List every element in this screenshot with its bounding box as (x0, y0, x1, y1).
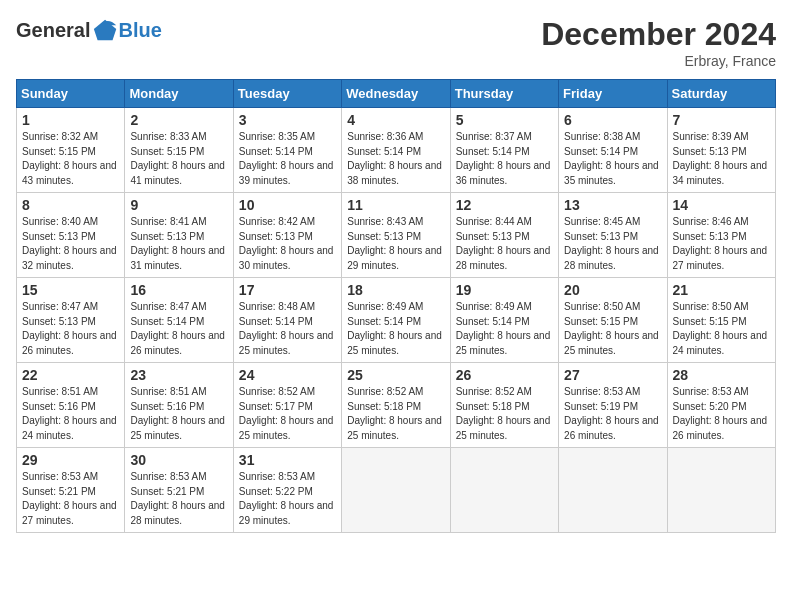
day-info: Sunrise: 8:38 AMSunset: 5:14 PMDaylight:… (564, 130, 661, 188)
calendar-week-row: 15 Sunrise: 8:47 AMSunset: 5:13 PMDaylig… (17, 278, 776, 363)
day-info: Sunrise: 8:49 AMSunset: 5:14 PMDaylight:… (347, 300, 444, 358)
day-number: 14 (673, 197, 770, 213)
day-number: 19 (456, 282, 553, 298)
calendar-cell: 11 Sunrise: 8:43 AMSunset: 5:13 PMDaylig… (342, 193, 450, 278)
day-info: Sunrise: 8:43 AMSunset: 5:13 PMDaylight:… (347, 215, 444, 273)
day-number: 20 (564, 282, 661, 298)
day-number: 6 (564, 112, 661, 128)
calendar-cell: 22 Sunrise: 8:51 AMSunset: 5:16 PMDaylig… (17, 363, 125, 448)
calendar-cell: 29 Sunrise: 8:53 AMSunset: 5:21 PMDaylig… (17, 448, 125, 533)
day-number: 3 (239, 112, 336, 128)
calendar-cell: 17 Sunrise: 8:48 AMSunset: 5:14 PMDaylig… (233, 278, 341, 363)
day-info: Sunrise: 8:33 AMSunset: 5:15 PMDaylight:… (130, 130, 227, 188)
day-number: 1 (22, 112, 119, 128)
day-info: Sunrise: 8:37 AMSunset: 5:14 PMDaylight:… (456, 130, 553, 188)
col-saturday: Saturday (667, 80, 775, 108)
logo: General Blue (16, 16, 162, 44)
day-info: Sunrise: 8:52 AMSunset: 5:17 PMDaylight:… (239, 385, 336, 443)
calendar-table: Sunday Monday Tuesday Wednesday Thursday… (16, 79, 776, 533)
day-info: Sunrise: 8:53 AMSunset: 5:20 PMDaylight:… (673, 385, 770, 443)
day-number: 11 (347, 197, 444, 213)
calendar-cell: 8 Sunrise: 8:40 AMSunset: 5:13 PMDayligh… (17, 193, 125, 278)
day-number: 29 (22, 452, 119, 468)
calendar-cell: 12 Sunrise: 8:44 AMSunset: 5:13 PMDaylig… (450, 193, 558, 278)
calendar-cell: 19 Sunrise: 8:49 AMSunset: 5:14 PMDaylig… (450, 278, 558, 363)
calendar-cell: 15 Sunrise: 8:47 AMSunset: 5:13 PMDaylig… (17, 278, 125, 363)
day-number: 13 (564, 197, 661, 213)
calendar-cell: 20 Sunrise: 8:50 AMSunset: 5:15 PMDaylig… (559, 278, 667, 363)
day-number: 25 (347, 367, 444, 383)
day-number: 8 (22, 197, 119, 213)
col-sunday: Sunday (17, 80, 125, 108)
day-info: Sunrise: 8:53 AMSunset: 5:19 PMDaylight:… (564, 385, 661, 443)
day-info: Sunrise: 8:53 AMSunset: 5:21 PMDaylight:… (22, 470, 119, 528)
day-info: Sunrise: 8:48 AMSunset: 5:14 PMDaylight:… (239, 300, 336, 358)
calendar-cell: 3 Sunrise: 8:35 AMSunset: 5:14 PMDayligh… (233, 108, 341, 193)
logo-icon (92, 16, 120, 44)
calendar-cell: 28 Sunrise: 8:53 AMSunset: 5:20 PMDaylig… (667, 363, 775, 448)
day-info: Sunrise: 8:47 AMSunset: 5:14 PMDaylight:… (130, 300, 227, 358)
calendar-cell: 30 Sunrise: 8:53 AMSunset: 5:21 PMDaylig… (125, 448, 233, 533)
day-info: Sunrise: 8:51 AMSunset: 5:16 PMDaylight:… (22, 385, 119, 443)
calendar-cell: 21 Sunrise: 8:50 AMSunset: 5:15 PMDaylig… (667, 278, 775, 363)
calendar-cell: 14 Sunrise: 8:46 AMSunset: 5:13 PMDaylig… (667, 193, 775, 278)
day-info: Sunrise: 8:53 AMSunset: 5:21 PMDaylight:… (130, 470, 227, 528)
day-number: 7 (673, 112, 770, 128)
day-info: Sunrise: 8:44 AMSunset: 5:13 PMDaylight:… (456, 215, 553, 273)
day-info: Sunrise: 8:35 AMSunset: 5:14 PMDaylight:… (239, 130, 336, 188)
calendar-week-row: 8 Sunrise: 8:40 AMSunset: 5:13 PMDayligh… (17, 193, 776, 278)
day-info: Sunrise: 8:45 AMSunset: 5:13 PMDaylight:… (564, 215, 661, 273)
day-number: 24 (239, 367, 336, 383)
calendar-cell: 10 Sunrise: 8:42 AMSunset: 5:13 PMDaylig… (233, 193, 341, 278)
day-number: 30 (130, 452, 227, 468)
day-number: 10 (239, 197, 336, 213)
day-info: Sunrise: 8:36 AMSunset: 5:14 PMDaylight:… (347, 130, 444, 188)
calendar-cell: 2 Sunrise: 8:33 AMSunset: 5:15 PMDayligh… (125, 108, 233, 193)
calendar-cell: 5 Sunrise: 8:37 AMSunset: 5:14 PMDayligh… (450, 108, 558, 193)
col-tuesday: Tuesday (233, 80, 341, 108)
calendar-week-row: 29 Sunrise: 8:53 AMSunset: 5:21 PMDaylig… (17, 448, 776, 533)
calendar-cell: 25 Sunrise: 8:52 AMSunset: 5:18 PMDaylig… (342, 363, 450, 448)
day-info: Sunrise: 8:40 AMSunset: 5:13 PMDaylight:… (22, 215, 119, 273)
calendar-cell (342, 448, 450, 533)
day-number: 4 (347, 112, 444, 128)
day-info: Sunrise: 8:46 AMSunset: 5:13 PMDaylight:… (673, 215, 770, 273)
location: Erbray, France (541, 53, 776, 69)
day-number: 15 (22, 282, 119, 298)
day-number: 18 (347, 282, 444, 298)
header-row: Sunday Monday Tuesday Wednesday Thursday… (17, 80, 776, 108)
day-info: Sunrise: 8:39 AMSunset: 5:13 PMDaylight:… (673, 130, 770, 188)
col-monday: Monday (125, 80, 233, 108)
day-number: 22 (22, 367, 119, 383)
calendar-week-row: 22 Sunrise: 8:51 AMSunset: 5:16 PMDaylig… (17, 363, 776, 448)
calendar-cell: 1 Sunrise: 8:32 AMSunset: 5:15 PMDayligh… (17, 108, 125, 193)
day-number: 12 (456, 197, 553, 213)
title-section: December 2024 Erbray, France (541, 16, 776, 69)
calendar-cell (450, 448, 558, 533)
day-number: 23 (130, 367, 227, 383)
calendar-cell: 6 Sunrise: 8:38 AMSunset: 5:14 PMDayligh… (559, 108, 667, 193)
day-info: Sunrise: 8:41 AMSunset: 5:13 PMDaylight:… (130, 215, 227, 273)
day-number: 28 (673, 367, 770, 383)
day-number: 31 (239, 452, 336, 468)
col-wednesday: Wednesday (342, 80, 450, 108)
calendar-week-row: 1 Sunrise: 8:32 AMSunset: 5:15 PMDayligh… (17, 108, 776, 193)
calendar-cell: 26 Sunrise: 8:52 AMSunset: 5:18 PMDaylig… (450, 363, 558, 448)
logo-general-text: General (16, 19, 90, 42)
calendar-cell: 4 Sunrise: 8:36 AMSunset: 5:14 PMDayligh… (342, 108, 450, 193)
day-info: Sunrise: 8:50 AMSunset: 5:15 PMDaylight:… (564, 300, 661, 358)
calendar-cell: 16 Sunrise: 8:47 AMSunset: 5:14 PMDaylig… (125, 278, 233, 363)
calendar-cell: 23 Sunrise: 8:51 AMSunset: 5:16 PMDaylig… (125, 363, 233, 448)
calendar-cell: 13 Sunrise: 8:45 AMSunset: 5:13 PMDaylig… (559, 193, 667, 278)
col-friday: Friday (559, 80, 667, 108)
day-number: 16 (130, 282, 227, 298)
day-info: Sunrise: 8:49 AMSunset: 5:14 PMDaylight:… (456, 300, 553, 358)
day-info: Sunrise: 8:52 AMSunset: 5:18 PMDaylight:… (456, 385, 553, 443)
day-number: 27 (564, 367, 661, 383)
day-info: Sunrise: 8:50 AMSunset: 5:15 PMDaylight:… (673, 300, 770, 358)
day-number: 5 (456, 112, 553, 128)
col-thursday: Thursday (450, 80, 558, 108)
day-number: 2 (130, 112, 227, 128)
day-number: 21 (673, 282, 770, 298)
day-info: Sunrise: 8:32 AMSunset: 5:15 PMDaylight:… (22, 130, 119, 188)
